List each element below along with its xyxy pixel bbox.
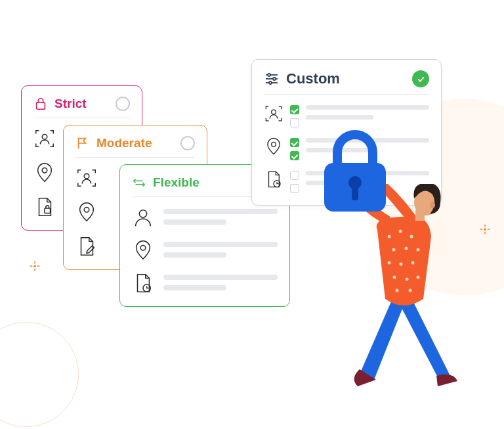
flag-icon: [75, 136, 90, 150]
svg-point-34: [417, 248, 420, 252]
svg-point-0: [34, 265, 35, 267]
face-scan-icon: [264, 104, 284, 124]
svg-point-17: [139, 210, 146, 217]
setting-row: [132, 206, 278, 229]
checkbox-unchecked[interactable]: [290, 118, 299, 127]
sparkle-icon: [479, 223, 491, 235]
svg-point-37: [411, 261, 415, 265]
setting-row: [132, 272, 278, 294]
svg-point-40: [417, 276, 420, 279]
svg-point-41: [396, 289, 399, 292]
document-clock-icon: [264, 169, 284, 189]
svg-point-16: [84, 207, 89, 212]
svg-point-27: [272, 142, 276, 147]
card-title: Strict: [54, 97, 116, 111]
svg-rect-10: [37, 102, 45, 109]
document-clock-icon: [132, 272, 154, 294]
svg-point-21: [268, 74, 270, 76]
svg-point-26: [272, 110, 276, 114]
checkbox-checked[interactable]: [290, 105, 299, 114]
radio-unselected[interactable]: [116, 97, 130, 111]
face-scan-icon: [75, 167, 98, 189]
custom-setting-row: [264, 104, 429, 127]
location-pin-icon: [33, 162, 56, 184]
svg-point-5: [484, 229, 486, 230]
svg-rect-50: [352, 186, 358, 200]
location-pin-icon: [132, 239, 154, 261]
checkbox-checked[interactable]: [290, 138, 299, 147]
svg-point-29: [388, 235, 391, 238]
svg-point-11: [42, 134, 47, 139]
svg-point-33: [405, 247, 408, 250]
svg-point-35: [388, 261, 391, 265]
svg-rect-13: [45, 208, 51, 214]
checkbox-unchecked[interactable]: [290, 171, 299, 180]
document-edit-icon: [75, 235, 98, 258]
svg-point-38: [393, 276, 396, 279]
svg-point-32: [392, 248, 396, 252]
svg-point-36: [400, 263, 403, 266]
radio-unselected[interactable]: [180, 136, 195, 150]
svg-point-39: [406, 278, 409, 281]
card-title: Moderate: [96, 136, 180, 150]
sparkle-icon: [29, 260, 41, 272]
card-title: Custom: [286, 70, 412, 87]
svg-point-12: [42, 168, 47, 173]
document-lock-icon: [33, 196, 56, 218]
svg-point-18: [140, 245, 146, 250]
svg-point-47: [430, 202, 435, 208]
padlock-icon: [319, 130, 391, 215]
location-pin-icon: [75, 201, 98, 223]
checkbox-unchecked[interactable]: [290, 184, 299, 193]
divider: [264, 94, 429, 95]
face-scan-icon: [33, 127, 56, 150]
checkbox-checked[interactable]: [290, 151, 299, 160]
person-icon: [132, 206, 154, 229]
svg-point-15: [84, 173, 89, 179]
svg-point-30: [399, 230, 402, 233]
card-title: Flexible: [153, 175, 263, 190]
svg-point-31: [410, 235, 413, 238]
location-pin-icon: [264, 137, 284, 156]
divider: [33, 118, 130, 118]
sliders-icon: [264, 71, 280, 87]
svg-point-42: [409, 289, 412, 292]
lock-icon: [33, 97, 48, 111]
arrows-horizontal-icon: [132, 175, 146, 190]
svg-point-23: [273, 78, 276, 80]
bg-circle-small: [0, 322, 79, 427]
person-illustration: [338, 184, 469, 394]
selected-check-icon: [412, 70, 429, 87]
svg-point-25: [269, 81, 272, 84]
divider: [75, 157, 195, 158]
setting-row: [132, 239, 278, 261]
